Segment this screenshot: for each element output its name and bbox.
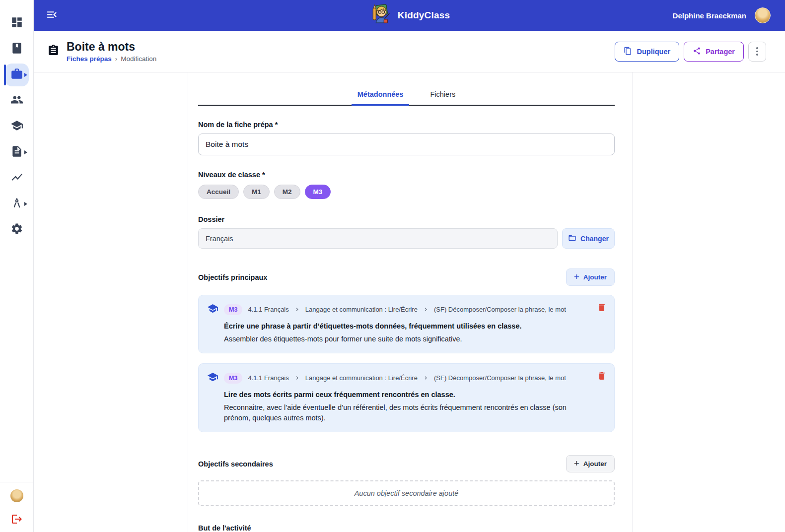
document-icon xyxy=(10,145,23,160)
objective-card: M3 4.1.1 Français Langage et communicati… xyxy=(198,363,615,432)
sidebar xyxy=(0,0,34,532)
add-secondary-objective-button[interactable]: + Ajouter xyxy=(566,455,615,472)
breadcrumb-current: Modification xyxy=(121,55,156,63)
chevron-right-icon xyxy=(294,306,300,313)
chip-m3-selected[interactable]: M3 xyxy=(305,185,331,199)
objective-card: M3 4.1.1 Français Langage et communicati… xyxy=(198,295,615,353)
chevron-right-icon xyxy=(24,73,27,77)
compass-icon xyxy=(10,197,23,211)
secondary-objectives-label: Objectifs secondaires xyxy=(198,460,273,468)
user-avatar[interactable] xyxy=(10,489,23,502)
empty-state-text: Aucun objectif secondaire ajouté xyxy=(355,489,459,497)
duplicate-label: Dupliquer xyxy=(637,48,670,56)
folder-icon xyxy=(568,234,576,244)
kiddyclass-logo-icon xyxy=(369,3,392,28)
brand: KiddyClass xyxy=(369,3,450,28)
share-icon xyxy=(693,47,701,57)
objective-path-segment: (SF) Décomposer/Composer la phrase, le m… xyxy=(434,306,566,313)
gear-icon xyxy=(10,222,23,237)
share-button[interactable]: Partager xyxy=(684,42,744,62)
objective-title: Écrire une phrase à partir d’étiquettes-… xyxy=(224,322,605,330)
folder-input[interactable] xyxy=(198,228,558,249)
change-folder-label: Changer xyxy=(580,235,609,243)
objective-level-badge: M3 xyxy=(224,373,242,384)
tab-bar: Métadonnées Fichiers xyxy=(198,85,615,106)
sidebar-item-school[interactable] xyxy=(5,115,29,138)
logout-icon xyxy=(11,518,23,527)
add-main-objective-label: Ajouter xyxy=(583,273,607,281)
sidebar-item-library[interactable] xyxy=(5,38,29,61)
clipboard-icon xyxy=(47,44,60,59)
graduation-cap-icon xyxy=(207,303,218,316)
secondary-objectives-empty-state: Aucun objectif secondaire ajouté xyxy=(198,480,615,506)
sidebar-item-settings[interactable] xyxy=(5,218,29,241)
sidebar-collapse-button[interactable] xyxy=(46,8,58,23)
objective-path-segment: 4.1.1 Français xyxy=(248,306,288,313)
breadcrumb-parent-link[interactable]: Fiches prépas xyxy=(67,55,112,63)
chevron-right-icon xyxy=(423,306,428,313)
activity-goal-label: But de l'activité xyxy=(198,524,615,532)
change-folder-button[interactable]: Changer xyxy=(562,228,615,249)
more-options-button[interactable] xyxy=(748,42,766,62)
page-header: Boite à mots Fiches prépas › Modificatio… xyxy=(34,31,785,72)
plus-icon: + xyxy=(574,459,579,468)
duplicate-button[interactable]: Dupliquer xyxy=(615,42,679,62)
user-name: Delphine Braeckman xyxy=(673,11,746,20)
objective-description: Assembler des étiquettes-mots pour forme… xyxy=(224,334,581,344)
copy-icon xyxy=(624,47,632,57)
sidebar-footer xyxy=(0,482,33,532)
delete-objective-button[interactable] xyxy=(597,371,607,383)
graduation-cap-icon xyxy=(207,371,218,385)
sidebar-item-progress[interactable] xyxy=(5,167,29,190)
objective-path-segment: Langage et communication : Lire/Écrire xyxy=(305,306,418,313)
tab-files[interactable]: Fichiers xyxy=(424,85,461,105)
trending-chart-icon xyxy=(10,171,23,186)
delete-objective-button[interactable] xyxy=(597,302,607,315)
chip-m2[interactable]: M2 xyxy=(274,185,300,199)
sidebar-item-students[interactable] xyxy=(5,89,29,112)
briefcase-icon xyxy=(10,67,23,82)
graduation-cap-icon xyxy=(10,119,23,134)
chevron-right-icon xyxy=(294,375,300,381)
folder-label: Dossier xyxy=(198,215,615,223)
plus-icon: + xyxy=(574,272,579,281)
objective-path-segment: 4.1.1 Français xyxy=(248,374,288,382)
menu-collapse-icon xyxy=(46,8,58,23)
sidebar-item-documents[interactable] xyxy=(5,141,29,164)
topbar: KiddyClass Delphine Braeckman xyxy=(34,0,785,31)
dashboard-icon xyxy=(10,16,23,31)
chip-accueil[interactable]: Accueil xyxy=(198,185,239,199)
levels-label: Niveaux de classe * xyxy=(198,171,615,179)
sidebar-item-briefcase[interactable] xyxy=(5,64,29,86)
main-column: KiddyClass Delphine Braeckman Boite à mo… xyxy=(34,0,785,532)
name-field-label: Nom de la fiche prépa * xyxy=(198,121,615,129)
breadcrumb: Fiches prépas › Modification xyxy=(67,55,156,63)
chip-m1[interactable]: M1 xyxy=(243,185,270,199)
add-main-objective-button[interactable]: + Ajouter xyxy=(566,268,615,286)
form-panel: Métadonnées Fichiers Nom de la fiche pré… xyxy=(188,72,633,532)
objective-level-badge: M3 xyxy=(224,304,242,315)
tab-metadata[interactable]: Métadonnées xyxy=(352,85,410,105)
objective-path-segment: Langage et communication : Lire/Écrire xyxy=(305,374,418,382)
trash-icon xyxy=(597,374,607,383)
brand-name: KiddyClass xyxy=(398,10,450,21)
chevron-right-icon xyxy=(423,375,428,381)
logout-button[interactable] xyxy=(11,513,23,527)
main-objectives-label: Objectifs principaux xyxy=(198,273,267,281)
objective-path-segment: (SF) Décomposer/Composer la phrase, le m… xyxy=(434,374,566,382)
chevron-right-icon xyxy=(24,202,27,206)
trash-icon xyxy=(597,306,607,314)
topbar-avatar[interactable] xyxy=(755,7,771,23)
content-area: Métadonnées Fichiers Nom de la fiche pré… xyxy=(34,72,785,532)
share-label: Partager xyxy=(706,48,735,56)
breadcrumb-separator: › xyxy=(115,55,118,63)
objective-title: Lire des mots écrits parmi ceux fréquemm… xyxy=(224,391,605,399)
add-secondary-objective-label: Ajouter xyxy=(583,460,607,467)
people-icon xyxy=(10,93,23,108)
level-chips: Accueil M1 M2 M3 xyxy=(198,185,615,199)
chevron-right-icon xyxy=(24,150,27,154)
name-input[interactable] xyxy=(198,133,615,155)
app-root: KiddyClass Delphine Braeckman Boite à mo… xyxy=(0,0,785,532)
sidebar-item-tools[interactable] xyxy=(5,193,29,215)
sidebar-item-dashboard[interactable] xyxy=(5,12,29,35)
